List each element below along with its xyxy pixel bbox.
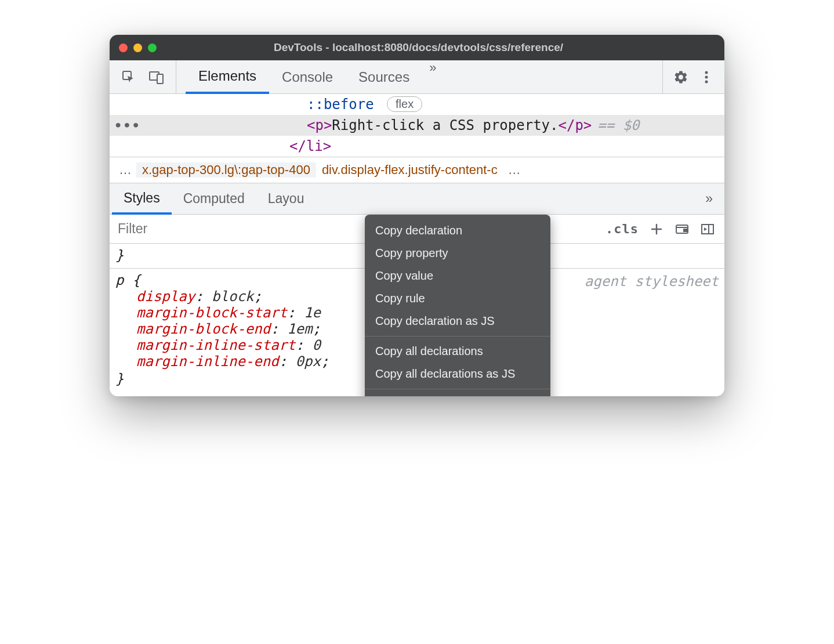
context-menu-item[interactable]: Copy all CSS changes (365, 393, 550, 396)
subtab-computed[interactable]: Computed (172, 183, 256, 214)
breadcrumb-item-2[interactable]: div.display-flex.justify-content-c (316, 162, 503, 178)
window-title: DevTools - localhost:8080/docs/devtools/… (168, 41, 669, 54)
dollar-zero-indicator: == $0 (597, 117, 639, 133)
context-menu-item[interactable]: Copy rule (365, 287, 550, 310)
devtools-window: DevTools - localhost:8080/docs/devtools/… (110, 35, 724, 396)
styles-filter-tools: .cls (596, 222, 724, 237)
toolbar-left (110, 60, 176, 93)
tab-elements[interactable]: Elements (186, 60, 269, 94)
li-close-tag: </li> (289, 138, 331, 154)
svg-point-5 (705, 80, 708, 83)
svg-rect-9 (684, 229, 687, 231)
context-menu-item[interactable]: Copy value (365, 265, 550, 287)
dom-tree[interactable]: ::before flex ••• <p>Right-click a CSS p… (110, 94, 724, 157)
context-menu-item[interactable]: Copy property (365, 242, 550, 265)
svg-rect-2 (157, 74, 163, 84)
cls-toggle[interactable]: .cls (605, 222, 639, 236)
context-menu-item[interactable]: Copy all declarations as JS (365, 363, 550, 385)
subtab-layout[interactable]: Layou (256, 183, 316, 214)
window-minimize-button[interactable] (133, 44, 142, 52)
svg-rect-10 (702, 225, 713, 234)
dom-pseudo-before[interactable]: ::before flex (110, 94, 724, 115)
window-close-button[interactable] (119, 44, 128, 52)
subtab-more-icon[interactable]: » (694, 183, 724, 214)
context-menu: Copy declarationCopy propertyCopy valueC… (365, 215, 550, 396)
computed-styles-icon[interactable] (675, 222, 690, 237)
breadcrumb-more-left[interactable]: … (114, 162, 136, 178)
titlebar: DevTools - localhost:8080/docs/devtools/… (110, 35, 724, 60)
traffic-lights (119, 44, 157, 52)
subtab-styles[interactable]: Styles (112, 183, 172, 215)
p-text-content: Right-click a CSS property. (332, 117, 558, 133)
settings-gear-icon[interactable] (673, 70, 688, 85)
window-zoom-button[interactable] (148, 44, 157, 52)
stylesheet-origin: agent stylesheet (585, 273, 719, 290)
dom-selected-node[interactable]: ••• <p>Right-click a CSS property.</p> =… (110, 115, 724, 136)
panel-tabs: Elements Console Sources » (176, 60, 662, 93)
menu-separator (365, 336, 550, 337)
svg-point-4 (705, 75, 708, 78)
more-tabs-icon[interactable]: » (422, 60, 443, 93)
collapse-ellipsis-icon[interactable]: ••• (114, 118, 141, 133)
flex-badge[interactable]: flex (387, 96, 422, 112)
breadcrumb-more-right[interactable]: … (503, 162, 525, 178)
dom-li-close[interactable]: </li> (110, 136, 724, 157)
tab-sources[interactable]: Sources (346, 60, 422, 93)
toolbar-right (662, 60, 724, 93)
breadcrumb-item-1[interactable]: x.gap-top-300.lg\:gap-top-400 (136, 162, 316, 178)
main-toolbar: Elements Console Sources » (110, 60, 724, 94)
pseudo-before-label: ::before (307, 96, 374, 113)
menu-separator (365, 389, 550, 389)
kebab-menu-icon[interactable] (699, 70, 714, 85)
toggle-sidebar-icon[interactable] (700, 222, 715, 237)
dom-breadcrumb: … x.gap-top-300.lg\:gap-top-400 div.disp… (110, 157, 724, 183)
device-toggle-icon[interactable] (149, 70, 164, 85)
context-menu-item[interactable]: Copy all declarations (365, 340, 550, 363)
svg-point-3 (705, 71, 708, 74)
tab-console[interactable]: Console (269, 60, 346, 93)
inspect-element-icon[interactable] (121, 70, 136, 85)
rule-selector[interactable]: p { (115, 271, 140, 290)
p-close-tag: </p> (559, 117, 592, 133)
new-style-rule-icon[interactable] (649, 222, 664, 237)
p-open-tag: <p> (307, 117, 332, 133)
context-menu-item[interactable]: Copy declaration (365, 219, 550, 242)
styles-subtabs: Styles Computed Layou » (110, 183, 724, 215)
context-menu-item[interactable]: Copy declaration as JS (365, 310, 550, 332)
